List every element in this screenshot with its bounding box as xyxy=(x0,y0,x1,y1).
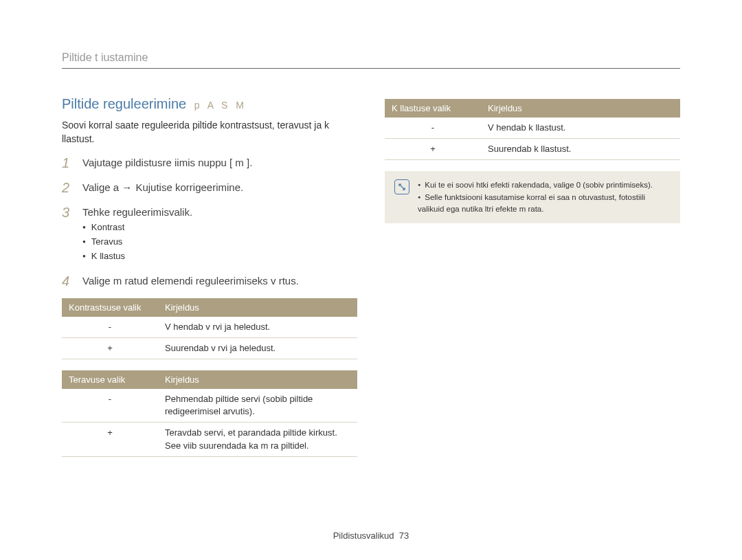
step-text: Tehke reguleerimisvalik. xyxy=(82,206,192,218)
saturation-table: K llastuse valik Kirjeldus - V hendab k … xyxy=(385,99,680,160)
page-footer: Pildistusvalikud 73 xyxy=(0,530,742,541)
table-row: - Pehmendab piltide servi (sobib piltide… xyxy=(62,389,357,423)
table-row: + Teravdab servi, et parandada piltide k… xyxy=(62,423,357,456)
table-header: Kirjeldus xyxy=(158,298,357,317)
step-number: 3 xyxy=(62,205,74,220)
step-1: 1 Vajutage pildistusre iimis nuppu [ m ]… xyxy=(62,155,357,170)
step-number: 4 xyxy=(62,273,74,289)
table-header: Teravuse valik xyxy=(62,370,158,389)
sharpness-table: Teravuse valik Kirjeldus - Pehmendab pil… xyxy=(62,370,357,457)
table-cell-key: + xyxy=(62,423,158,456)
step-text-prefix: Valige a xyxy=(82,181,122,193)
bullet-contrast: Kontrast xyxy=(82,221,357,235)
table-cell-key: + xyxy=(62,337,158,359)
heading: Piltide reguleerimine p A S M xyxy=(62,96,357,112)
arrow-icon: → xyxy=(122,181,133,193)
step-text: Vajutage pildistusre iimis nuppu [ m ]. xyxy=(82,155,357,170)
step-text: Valige m ratud elemendi reguleerimiseks … xyxy=(82,273,357,288)
footer-page-number: 73 xyxy=(399,530,409,541)
footer-label: Pildistusvalikud xyxy=(333,530,394,541)
note-item: Kui te ei soovi htki efekti rakendada, v… xyxy=(418,179,671,191)
table-row: + Suurendab v rvi ja heledust. xyxy=(62,337,357,359)
table-cell-value: Suurendab k llastust. xyxy=(481,139,680,160)
table-cell-key: - xyxy=(62,317,158,338)
right-column: K llastuse valik Kirjeldus - V hendab k … xyxy=(385,96,680,468)
intro-text: Soovi korral saate reguleerida piltide k… xyxy=(62,119,357,146)
section-title: Piltide t iustamine xyxy=(62,52,680,69)
left-column: Piltide reguleerimine p A S M Soovi korr… xyxy=(62,96,357,468)
table-header: K llastuse valik xyxy=(385,99,481,117)
table-cell-value: Pehmendab piltide servi (sobib piltide r… xyxy=(158,389,357,423)
table-header: Kontrastsuse valik xyxy=(62,298,158,317)
table-cell-value: Suurendab v rvi ja heledust. xyxy=(158,337,357,359)
step-number: 1 xyxy=(62,155,74,170)
heading-modes: p A S M xyxy=(194,100,247,111)
contrast-table: Kontrastsuse valik Kirjeldus - V hendab … xyxy=(62,298,357,359)
step-text-suffix: Kujutise korrigeerimine. xyxy=(133,181,243,193)
step-number: 2 xyxy=(62,180,74,195)
bullet-sharpness: Teravus xyxy=(82,235,357,249)
table-row: + Suurendab k llastust. xyxy=(385,139,680,160)
table-cell-key: - xyxy=(385,117,481,139)
note-box: Kui te ei soovi htki efekti rakendada, v… xyxy=(385,171,680,223)
table-row: - V hendab k llastust. xyxy=(385,117,680,139)
table-header: Kirjeldus xyxy=(158,370,357,389)
table-cell-key: + xyxy=(385,139,481,160)
step-4: 4 Valige m ratud elemendi reguleerimisek… xyxy=(62,273,357,289)
step-text: Valige a → Kujutise korrigeerimine. xyxy=(82,180,357,194)
table-row: - V hendab v rvi ja heledust. xyxy=(62,317,357,338)
step-3: 3 Tehke reguleerimisvalik. Kontrast Tera… xyxy=(62,205,357,263)
heading-title: Piltide reguleerimine xyxy=(62,96,186,111)
step-2: 2 Valige a → Kujutise korrigeerimine. xyxy=(62,180,357,195)
bullet-saturation: K llastus xyxy=(82,249,357,264)
table-cell-value: V hendab k llastust. xyxy=(481,117,680,139)
table-cell-value: Teravdab servi, et parandada piltide kir… xyxy=(158,423,357,456)
table-cell-key: - xyxy=(62,389,158,423)
note-icon xyxy=(394,179,409,194)
table-cell-value: V hendab v rvi ja heledust. xyxy=(158,317,357,338)
note-item: Selle funktsiooni kasutamise korral ei s… xyxy=(418,192,671,216)
table-header: Kirjeldus xyxy=(481,99,680,117)
